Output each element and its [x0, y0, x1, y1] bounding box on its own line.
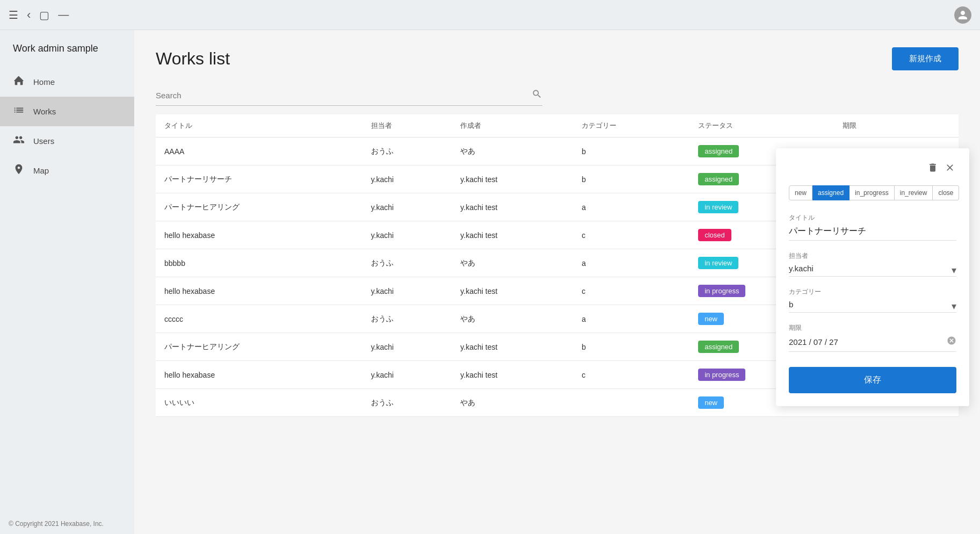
table-header: タイトル 担当者 作成者 カテゴリー ステータス 期限	[156, 114, 959, 138]
cell-assignee: y.kachi	[362, 277, 452, 305]
cell-title: bbbbb	[156, 249, 362, 277]
close-panel-button[interactable]	[943, 161, 956, 177]
cell-title: ccccc	[156, 305, 362, 333]
cell-assignee: y.kachi	[362, 333, 452, 361]
cell-author: y.kachi test	[452, 165, 573, 193]
cell-title: パートナーリサーチ	[156, 165, 362, 193]
sidebar-item-works[interactable]: Works	[0, 97, 134, 126]
detail-assignee-label: 担当者	[789, 251, 956, 261]
cell-assignee: おうふ	[362, 138, 452, 165]
cell-author: y.kachi test	[452, 221, 573, 249]
cell-assignee: おうふ	[362, 389, 452, 417]
cell-category: c	[573, 361, 689, 389]
save-button[interactable]: 保存	[789, 367, 956, 393]
sidebar-item-users-label: Users	[33, 136, 54, 146]
detail-panel: newassignedin_progressin_reviewclose タイト…	[776, 148, 969, 406]
status-tab-new[interactable]: new	[789, 185, 812, 200]
detail-category-label: カテゴリー	[789, 287, 956, 297]
detail-title-value[interactable]: パートナーリサーチ	[789, 226, 956, 241]
cell-assignee: おうふ	[362, 305, 452, 333]
col-author: 作成者	[452, 114, 573, 138]
cell-assignee: y.kachi	[362, 221, 452, 249]
window-icon[interactable]: ▢	[39, 9, 49, 21]
detail-category-field: カテゴリー abc ▾	[789, 287, 956, 313]
home-icon	[13, 75, 25, 89]
col-status: ステータス	[689, 114, 834, 138]
search-input[interactable]	[156, 88, 532, 103]
col-assignee: 担当者	[362, 114, 452, 138]
cell-title: AAAA	[156, 138, 362, 165]
cell-category: a	[573, 249, 689, 277]
sidebar-item-users[interactable]: Users	[0, 126, 134, 156]
users-icon	[13, 134, 25, 148]
cell-author: y.kachi test	[452, 193, 573, 221]
detail-deadline-label: 期限	[789, 323, 956, 333]
app-title: Work admin sample	[0, 39, 134, 67]
cell-title: hello hexabase	[156, 361, 362, 389]
delete-button[interactable]	[926, 161, 939, 177]
cell-author: やあ	[452, 389, 573, 417]
detail-deadline-field: 期限 2021 / 07 / 27	[789, 323, 956, 352]
cell-title: パートナーヒアリング	[156, 333, 362, 361]
sidebar-item-home[interactable]: Home	[0, 67, 134, 97]
cell-category: a	[573, 305, 689, 333]
cell-assignee: おうふ	[362, 249, 452, 277]
sidebar: Work admin sample Home Works Users Map	[0, 30, 134, 534]
col-title: タイトル	[156, 114, 362, 138]
menu-icon[interactable]: ☰	[9, 9, 18, 21]
search-icon	[532, 89, 542, 102]
detail-date-wrapper: 2021 / 07 / 27	[789, 336, 956, 352]
map-icon	[13, 163, 25, 178]
cell-category: b	[573, 333, 689, 361]
works-icon	[13, 104, 25, 119]
cell-title: hello hexabase	[156, 221, 362, 249]
detail-category-select[interactable]: abc	[789, 300, 956, 309]
sidebar-item-map[interactable]: Map	[0, 156, 134, 185]
cell-assignee: y.kachi	[362, 361, 452, 389]
detail-assignee-field: 担当者 y.kachiおうふやあ ▾	[789, 251, 956, 277]
copyright: © Copyright 2021 Hexabase, Inc.	[0, 514, 112, 534]
cell-category: c	[573, 221, 689, 249]
cell-category: b	[573, 165, 689, 193]
detail-assignee-wrapper: y.kachiおうふやあ ▾	[789, 264, 956, 277]
status-tab-in_progress[interactable]: in_progress	[850, 185, 895, 200]
detail-category-wrapper: abc ▾	[789, 300, 956, 313]
status-tab-in_review[interactable]: in_review	[895, 185, 933, 200]
cell-title: パートナーヒアリング	[156, 193, 362, 221]
sidebar-item-works-label: Works	[33, 107, 56, 116]
cell-author: y.kachi test	[452, 333, 573, 361]
back-icon[interactable]: ‹	[27, 8, 31, 22]
status-tab-close[interactable]: close	[933, 185, 959, 200]
cell-author: やあ	[452, 305, 573, 333]
cell-author: やあ	[452, 249, 573, 277]
cell-title: hello hexabase	[156, 277, 362, 305]
col-deadline: 期限	[834, 114, 959, 138]
cell-category: a	[573, 193, 689, 221]
clear-date-button[interactable]	[947, 336, 956, 348]
main-layout: Work admin sample Home Works Users Map	[0, 30, 980, 534]
content-header: Works list 新規作成	[156, 47, 959, 70]
cell-title: いいいい	[156, 389, 362, 417]
cell-category: c	[573, 277, 689, 305]
user-avatar[interactable]	[954, 6, 971, 24]
detail-title-label: タイトル	[789, 213, 956, 222]
detail-assignee-select[interactable]: y.kachiおうふやあ	[789, 264, 956, 273]
sidebar-item-map-label: Map	[33, 166, 49, 175]
detail-title-field: タイトル パートナーリサーチ	[789, 213, 956, 241]
page-title: Works list	[156, 49, 230, 69]
status-tab-assigned[interactable]: assigned	[812, 185, 850, 200]
content-area: Works list 新規作成 タイトル 担当者 作成者 カテゴリー ステータス…	[134, 30, 980, 534]
detail-panel-header	[789, 161, 956, 177]
minimize-icon[interactable]: —	[58, 9, 69, 21]
cell-author: y.kachi test	[452, 277, 573, 305]
topbar: ☰ ‹ ▢ —	[0, 0, 980, 30]
cell-category	[573, 389, 689, 417]
cell-assignee: y.kachi	[362, 193, 452, 221]
search-bar	[156, 88, 542, 106]
cell-author: y.kachi test	[452, 361, 573, 389]
status-tabs: newassignedin_progressin_reviewclose	[789, 185, 956, 200]
detail-deadline-value: 2021 / 07 / 27	[789, 337, 947, 347]
new-work-button[interactable]: 新規作成	[892, 47, 959, 70]
cell-category: b	[573, 138, 689, 165]
cell-author: やあ	[452, 138, 573, 165]
